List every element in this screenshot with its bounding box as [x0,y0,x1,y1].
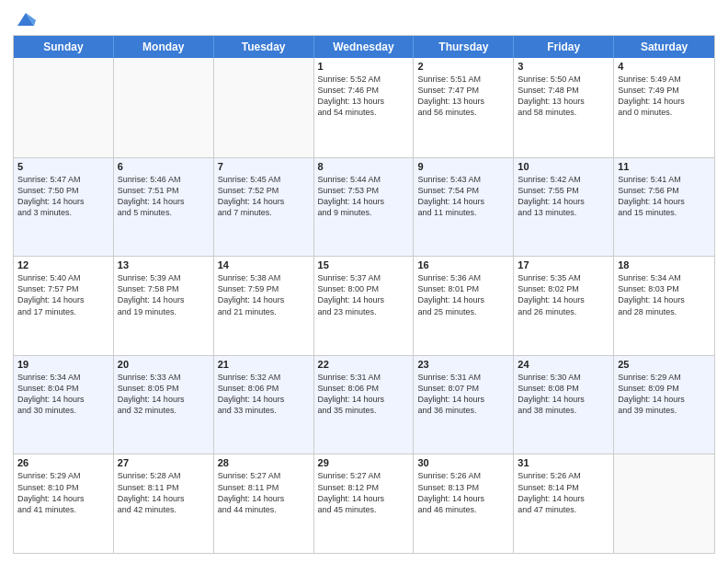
calendar-cell: 6Sunrise: 5:46 AM Sunset: 7:51 PM Daylig… [114,158,214,257]
day-number: 19 [17,359,109,370]
day-number: 13 [118,259,210,270]
day-number: 12 [17,259,109,270]
day-info: Sunrise: 5:40 AM Sunset: 7:57 PM Dayligh… [17,272,109,317]
calendar-cell: 30Sunrise: 5:26 AM Sunset: 8:13 PM Dayli… [414,454,514,553]
day-info: Sunrise: 5:47 AM Sunset: 7:50 PM Dayligh… [17,174,109,219]
day-info: Sunrise: 5:34 AM Sunset: 8:04 PM Dayligh… [17,372,109,417]
day-number: 27 [118,457,210,468]
calendar-cell: 25Sunrise: 5:29 AM Sunset: 8:09 PM Dayli… [614,356,714,454]
weekday-header: Monday [114,36,214,58]
day-info: Sunrise: 5:30 AM Sunset: 8:08 PM Dayligh… [518,372,609,417]
day-number: 6 [118,161,210,172]
calendar-cell: 18Sunrise: 5:34 AM Sunset: 8:03 PM Dayli… [614,257,714,355]
calendar-cell: 27Sunrise: 5:28 AM Sunset: 8:11 PM Dayli… [114,454,214,553]
calendar-cell: 11Sunrise: 5:41 AM Sunset: 7:56 PM Dayli… [614,158,714,257]
day-info: Sunrise: 5:34 AM Sunset: 8:03 PM Dayligh… [618,272,711,317]
day-number: 23 [417,359,509,370]
day-info: Sunrise: 5:28 AM Sunset: 8:11 PM Dayligh… [118,470,210,515]
day-number: 21 [218,359,310,370]
weekday-header: Wednesday [314,36,415,58]
calendar-row: 19Sunrise: 5:34 AM Sunset: 8:04 PM Dayli… [14,355,714,454]
calendar-cell: 17Sunrise: 5:35 AM Sunset: 8:02 PM Dayli… [514,257,614,355]
day-info: Sunrise: 5:31 AM Sunset: 8:06 PM Dayligh… [318,372,410,417]
calendar-row: 1Sunrise: 5:52 AM Sunset: 7:46 PM Daylig… [14,58,714,157]
day-info: Sunrise: 5:50 AM Sunset: 7:48 PM Dayligh… [518,74,609,119]
day-info: Sunrise: 5:32 AM Sunset: 8:06 PM Dayligh… [218,372,310,417]
calendar-row: 12Sunrise: 5:40 AM Sunset: 7:57 PM Dayli… [14,256,714,355]
day-info: Sunrise: 5:37 AM Sunset: 8:00 PM Dayligh… [318,272,410,317]
day-number: 31 [518,457,609,468]
day-number: 28 [218,457,310,468]
calendar-cell: 5Sunrise: 5:47 AM Sunset: 7:50 PM Daylig… [14,158,114,257]
day-number: 10 [518,161,609,172]
header [13,9,715,29]
day-number: 16 [417,259,509,270]
calendar-row: 26Sunrise: 5:29 AM Sunset: 8:10 PM Dayli… [14,454,714,553]
weekday-header: Friday [514,36,614,58]
day-info: Sunrise: 5:46 AM Sunset: 7:51 PM Dayligh… [118,174,210,219]
calendar-cell: 9Sunrise: 5:43 AM Sunset: 7:54 PM Daylig… [414,158,514,257]
calendar-cell: 28Sunrise: 5:27 AM Sunset: 8:11 PM Dayli… [214,454,314,553]
day-number: 26 [17,457,109,468]
calendar-cell: 31Sunrise: 5:26 AM Sunset: 8:14 PM Dayli… [514,454,614,553]
day-number: 4 [618,61,711,72]
day-info: Sunrise: 5:27 AM Sunset: 8:11 PM Dayligh… [218,470,310,515]
day-info: Sunrise: 5:42 AM Sunset: 7:55 PM Dayligh… [518,174,609,219]
day-info: Sunrise: 5:36 AM Sunset: 8:01 PM Dayligh… [417,272,509,317]
day-info: Sunrise: 5:35 AM Sunset: 8:02 PM Dayligh… [518,272,609,317]
day-number: 20 [118,359,210,370]
calendar-cell: 14Sunrise: 5:38 AM Sunset: 7:59 PM Dayli… [214,257,314,355]
day-number: 3 [518,61,609,72]
calendar-cell: 13Sunrise: 5:39 AM Sunset: 7:58 PM Dayli… [114,257,214,355]
calendar-cell: 12Sunrise: 5:40 AM Sunset: 7:57 PM Dayli… [14,257,114,355]
calendar-cell: 16Sunrise: 5:36 AM Sunset: 8:01 PM Dayli… [414,257,514,355]
calendar-body: 1Sunrise: 5:52 AM Sunset: 7:46 PM Daylig… [14,58,714,553]
calendar-cell: 24Sunrise: 5:30 AM Sunset: 8:08 PM Dayli… [514,356,614,454]
calendar-cell [614,454,714,553]
day-number: 30 [417,457,509,468]
day-number: 29 [318,457,410,468]
calendar-cell: 21Sunrise: 5:32 AM Sunset: 8:06 PM Dayli… [214,356,314,454]
weekday-header: Saturday [614,36,714,58]
day-number: 14 [218,259,310,270]
day-info: Sunrise: 5:27 AM Sunset: 8:12 PM Dayligh… [318,470,410,515]
day-number: 9 [417,161,509,172]
calendar-cell: 20Sunrise: 5:33 AM Sunset: 8:05 PM Dayli… [114,356,214,454]
day-info: Sunrise: 5:51 AM Sunset: 7:47 PM Dayligh… [417,74,509,119]
day-number: 24 [518,359,609,370]
day-info: Sunrise: 5:52 AM Sunset: 7:46 PM Dayligh… [318,74,410,119]
day-info: Sunrise: 5:31 AM Sunset: 8:07 PM Dayligh… [417,372,509,417]
calendar-row: 5Sunrise: 5:47 AM Sunset: 7:50 PM Daylig… [14,157,714,257]
weekday-header: Tuesday [214,36,314,58]
day-number: 2 [417,61,509,72]
day-number: 1 [318,61,410,72]
day-number: 22 [318,359,410,370]
calendar-cell: 10Sunrise: 5:42 AM Sunset: 7:55 PM Dayli… [514,158,614,257]
day-info: Sunrise: 5:26 AM Sunset: 8:14 PM Dayligh… [518,470,609,515]
day-number: 7 [218,161,310,172]
day-info: Sunrise: 5:33 AM Sunset: 8:05 PM Dayligh… [118,372,210,417]
calendar-header: SundayMondayTuesdayWednesdayThursdayFrid… [14,36,714,58]
day-info: Sunrise: 5:49 AM Sunset: 7:49 PM Dayligh… [618,74,711,119]
day-number: 8 [318,161,410,172]
day-number: 15 [318,259,410,270]
calendar-cell: 26Sunrise: 5:29 AM Sunset: 8:10 PM Dayli… [14,454,114,553]
calendar-cell: 22Sunrise: 5:31 AM Sunset: 8:06 PM Dayli… [314,356,415,454]
calendar-cell: 1Sunrise: 5:52 AM Sunset: 7:46 PM Daylig… [314,58,415,157]
day-info: Sunrise: 5:44 AM Sunset: 7:53 PM Dayligh… [318,174,410,219]
calendar-cell: 3Sunrise: 5:50 AM Sunset: 7:48 PM Daylig… [514,58,614,157]
logo-icon [16,9,36,29]
day-number: 17 [518,259,609,270]
day-info: Sunrise: 5:39 AM Sunset: 7:58 PM Dayligh… [118,272,210,317]
logo [13,9,36,29]
calendar-cell: 4Sunrise: 5:49 AM Sunset: 7:49 PM Daylig… [614,58,714,157]
day-info: Sunrise: 5:26 AM Sunset: 8:13 PM Dayligh… [417,470,509,515]
calendar: SundayMondayTuesdayWednesdayThursdayFrid… [13,35,715,554]
day-info: Sunrise: 5:38 AM Sunset: 7:59 PM Dayligh… [218,272,310,317]
day-info: Sunrise: 5:45 AM Sunset: 7:52 PM Dayligh… [218,174,310,219]
calendar-cell: 8Sunrise: 5:44 AM Sunset: 7:53 PM Daylig… [314,158,415,257]
day-number: 18 [618,259,711,270]
day-number: 11 [618,161,711,172]
day-number: 25 [618,359,711,370]
calendar-cell: 19Sunrise: 5:34 AM Sunset: 8:04 PM Dayli… [14,356,114,454]
